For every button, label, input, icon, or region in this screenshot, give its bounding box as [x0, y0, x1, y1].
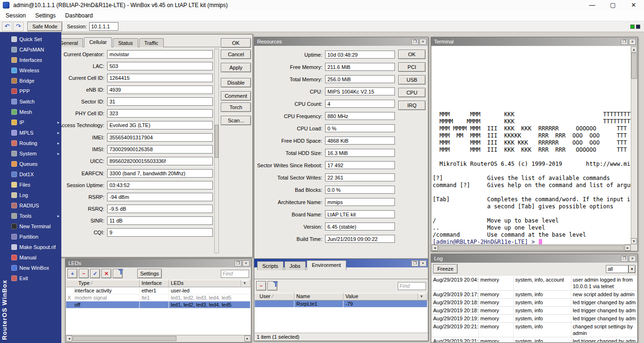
script-tab[interactable]: Jobs [284, 261, 306, 270]
session-input[interactable] [89, 22, 118, 31]
column-header-interface[interactable]: Interface [140, 280, 169, 287]
find-input[interactable] [221, 270, 249, 278]
dialog-button[interactable]: Scan... [221, 116, 251, 125]
close-icon[interactable]: × [419, 260, 427, 266]
field-value[interactable]: Jun/21/2019 09:00:22 [325, 235, 395, 243]
scroll-left-icon[interactable]: ◄ [66, 335, 72, 342]
column-header-type[interactable]: Type∕ [66, 280, 140, 287]
log-titlebar[interactable]: Log ❐ × [431, 254, 637, 263]
add-button[interactable]: + [67, 269, 77, 278]
log-row[interactable]: Aug/29/2019 20:21:32 memory system, info… [432, 337, 637, 342]
field-value[interactable]: MIPS 1004Kc V2.15 [325, 87, 395, 95]
dialog-button[interactable]: IRQ [398, 101, 426, 110]
leds-hscrollbar[interactable]: ◄ ► [66, 335, 251, 341]
column-header-leds[interactable]: LEDs▼ [169, 280, 251, 287]
dialog-button[interactable]: CPU [398, 88, 426, 97]
field-value[interactable]: 6.45 (stable) [325, 223, 395, 231]
scrollbar-thumb[interactable] [438, 245, 624, 250]
sidebar-item[interactable]: Dot1X ▸ [8, 169, 61, 180]
sidebar-item[interactable]: CAPsMAN ▸ [8, 44, 61, 55]
cellular-tab[interactable]: Traffic [139, 38, 164, 47]
scroll-down-icon[interactable]: ▼ [631, 238, 637, 244]
field-value[interactable]: 355654091317904 [107, 133, 213, 142]
app-titlebar[interactable]: admin@10.1.1.1 (RBLtAP-2HnD&R11e-LTE) - … [0, 0, 644, 10]
dialog-button[interactable]: OK [221, 38, 251, 48]
cellular-tab[interactable]: Status [113, 38, 138, 47]
dialog-button[interactable]: Torch [221, 103, 251, 112]
sidebar-item[interactable]: Quick Set ▸ [8, 34, 61, 44]
sidebar-item[interactable]: Manual ▸ [8, 252, 61, 263]
sidebar-item[interactable]: Exit ▸ [8, 273, 61, 283]
enable-button[interactable]: ✓ [90, 269, 100, 278]
field-value[interactable]: 3300 (band 7, bandwidth 20Mhz) [107, 169, 213, 178]
log-row[interactable]: Aug/29/2019 20:18:01 memory system, info… [432, 299, 637, 307]
field-value[interactable]: 31 [107, 97, 213, 106]
cellular-tab[interactable]: Cellular [84, 37, 112, 47]
sidebar-item[interactable]: System ▸ [8, 148, 61, 159]
sidebar-item[interactable]: Tools ▸ [8, 211, 61, 221]
column-header-value[interactable]: Value▼ [343, 293, 427, 300]
settings-button[interactable]: Settings [137, 269, 162, 278]
terminal-body[interactable]: MMM MMM KKK TTTTTTTTTTT MMMM MMMM KKK TT… [432, 46, 631, 244]
field-value[interactable]: 03:43:52 [107, 181, 213, 189]
table-row[interactable]: X modem signal lte1 led1, led2, led3, le… [66, 294, 251, 301]
freeze-button[interactable]: Freeze [433, 264, 458, 274]
field-value[interactable]: 0.0 % [325, 186, 395, 194]
log-filter-value[interactable]: all [606, 265, 628, 273]
field-value[interactable]: 730029900126358 [107, 145, 213, 154]
disable-button[interactable]: ✕ [101, 269, 111, 278]
menu-item[interactable]: Session [1, 11, 31, 20]
scroll-right-icon[interactable]: ► [244, 335, 251, 342]
script-tab[interactable]: Environment [307, 260, 346, 270]
scroll-up-icon[interactable]: ▲ [631, 46, 637, 52]
scroll-right-icon[interactable]: ► [625, 245, 631, 251]
column-header-user[interactable]: User∕ [255, 293, 294, 300]
field-value[interactable]: 4868 KiB [325, 137, 395, 145]
close-icon[interactable]: × [629, 39, 636, 45]
close-icon[interactable]: × [629, 256, 636, 262]
dialog-button[interactable]: PCI [398, 62, 426, 72]
field-value[interactable]: 323 [107, 109, 213, 118]
dialog-button[interactable]: Disable [221, 78, 251, 87]
scrollbar-thumb[interactable] [631, 53, 637, 79]
dialog-button[interactable]: Comment [221, 91, 251, 101]
resources-titlebar[interactable]: Resources ❐ × [254, 37, 428, 46]
column-menu-icon[interactable]: ▼ [418, 293, 425, 300]
field-value[interactable]: 10d 03:48:29 [325, 51, 395, 59]
sidebar-item[interactable]: Mesh ▸ [8, 107, 61, 117]
scroll-left-icon[interactable]: ◄ [432, 245, 438, 251]
field-value[interactable]: 256.0 MiB [325, 75, 395, 83]
field-value[interactable]: movistar [107, 50, 213, 59]
log-row[interactable]: Aug/29/2019 20:04:26 memory system, info… [432, 276, 637, 291]
column-header-name[interactable]: Name [294, 293, 343, 300]
filter-button[interactable] [268, 281, 277, 291]
log-row[interactable]: Aug/29/2019 20:21:26 memory system, info… [432, 323, 637, 337]
dialog-button[interactable]: OK [398, 50, 426, 59]
script-tab[interactable]: Scripts [257, 261, 284, 270]
field-value[interactable]: 211.6 MiB [325, 63, 395, 71]
log-filter-combobox[interactable]: all ▼ [606, 265, 636, 273]
table-row[interactable]: RsrpLte1 -79 [255, 300, 427, 308]
field-value[interactable]: 0 % [325, 124, 395, 132]
sidebar-item[interactable]: New Terminal ▸ [8, 221, 61, 232]
field-value[interactable]: 16.3 MiB [325, 149, 395, 157]
sidebar-item[interactable]: MPLS ▸ [8, 128, 61, 138]
terminal-titlebar[interactable]: Terminal ❐ × [431, 37, 637, 46]
sidebar-item[interactable]: Wireless ▸ [8, 65, 61, 76]
maximize-button[interactable]: ▢ [602, 0, 623, 10]
field-value[interactable]: 4939 [107, 86, 213, 94]
field-value[interactable]: -94 dBm [107, 193, 213, 201]
leds-titlebar[interactable]: LEDs ❐ × [66, 259, 251, 267]
filter-button[interactable] [113, 269, 123, 278]
field-value[interactable]: 8956028200015503336f [107, 157, 213, 165]
sidebar-item[interactable]: Switch ▸ [8, 96, 61, 107]
dialog-button[interactable]: Cancel [221, 50, 251, 59]
sidebar-item[interactable]: Routing ▸ [8, 138, 61, 148]
field-value[interactable]: 4 [325, 100, 395, 108]
scrollbar-thumb[interactable] [73, 336, 176, 341]
remove-button[interactable]: − [256, 281, 266, 291]
cellular-tab[interactable]: General [61, 38, 83, 47]
redo-icon[interactable]: ↷ [13, 22, 24, 31]
chevron-down-icon[interactable]: ▼ [628, 265, 636, 273]
field-value[interactable]: 17 492 [325, 161, 395, 169]
